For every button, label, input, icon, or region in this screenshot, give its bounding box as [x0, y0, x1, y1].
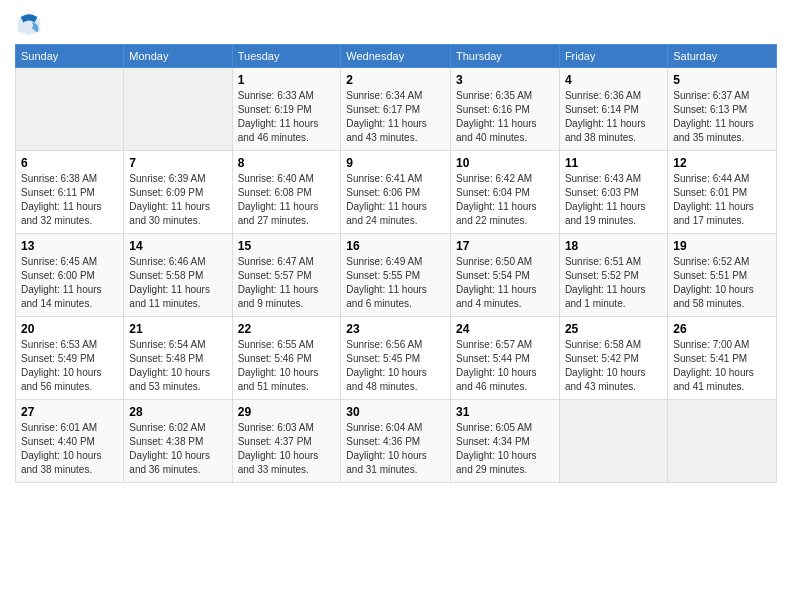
calendar-cell	[559, 400, 667, 483]
day-number: 2	[346, 73, 445, 87]
calendar-cell: 13Sunrise: 6:45 AMSunset: 6:00 PMDayligh…	[16, 234, 124, 317]
day-number: 18	[565, 239, 662, 253]
weekday-header: Friday	[559, 45, 667, 68]
day-info: Sunrise: 6:50 AMSunset: 5:54 PMDaylight:…	[456, 255, 554, 311]
calendar-cell: 11Sunrise: 6:43 AMSunset: 6:03 PMDayligh…	[559, 151, 667, 234]
day-number: 4	[565, 73, 662, 87]
calendar-cell: 9Sunrise: 6:41 AMSunset: 6:06 PMDaylight…	[341, 151, 451, 234]
calendar-week-row: 6Sunrise: 6:38 AMSunset: 6:11 PMDaylight…	[16, 151, 777, 234]
weekday-header: Saturday	[668, 45, 777, 68]
calendar-table: SundayMondayTuesdayWednesdayThursdayFrid…	[15, 44, 777, 483]
calendar-week-row: 1Sunrise: 6:33 AMSunset: 6:19 PMDaylight…	[16, 68, 777, 151]
calendar-cell: 15Sunrise: 6:47 AMSunset: 5:57 PMDayligh…	[232, 234, 341, 317]
day-number: 25	[565, 322, 662, 336]
day-info: Sunrise: 6:45 AMSunset: 6:00 PMDaylight:…	[21, 255, 118, 311]
day-number: 31	[456, 405, 554, 419]
day-info: Sunrise: 6:44 AMSunset: 6:01 PMDaylight:…	[673, 172, 771, 228]
weekday-header: Thursday	[451, 45, 560, 68]
day-number: 19	[673, 239, 771, 253]
day-info: Sunrise: 6:03 AMSunset: 4:37 PMDaylight:…	[238, 421, 336, 477]
day-number: 22	[238, 322, 336, 336]
day-info: Sunrise: 6:41 AMSunset: 6:06 PMDaylight:…	[346, 172, 445, 228]
day-info: Sunrise: 6:57 AMSunset: 5:44 PMDaylight:…	[456, 338, 554, 394]
day-info: Sunrise: 6:53 AMSunset: 5:49 PMDaylight:…	[21, 338, 118, 394]
calendar-cell: 5Sunrise: 6:37 AMSunset: 6:13 PMDaylight…	[668, 68, 777, 151]
day-number: 7	[129, 156, 226, 170]
day-number: 30	[346, 405, 445, 419]
calendar-cell: 12Sunrise: 6:44 AMSunset: 6:01 PMDayligh…	[668, 151, 777, 234]
day-info: Sunrise: 6:38 AMSunset: 6:11 PMDaylight:…	[21, 172, 118, 228]
calendar-cell: 23Sunrise: 6:56 AMSunset: 5:45 PMDayligh…	[341, 317, 451, 400]
weekday-header-row: SundayMondayTuesdayWednesdayThursdayFrid…	[16, 45, 777, 68]
calendar-cell: 6Sunrise: 6:38 AMSunset: 6:11 PMDaylight…	[16, 151, 124, 234]
day-number: 1	[238, 73, 336, 87]
day-number: 6	[21, 156, 118, 170]
day-number: 12	[673, 156, 771, 170]
calendar-cell: 3Sunrise: 6:35 AMSunset: 6:16 PMDaylight…	[451, 68, 560, 151]
day-info: Sunrise: 6:49 AMSunset: 5:55 PMDaylight:…	[346, 255, 445, 311]
logo	[15, 10, 47, 38]
calendar-cell: 21Sunrise: 6:54 AMSunset: 5:48 PMDayligh…	[124, 317, 232, 400]
day-info: Sunrise: 6:33 AMSunset: 6:19 PMDaylight:…	[238, 89, 336, 145]
day-info: Sunrise: 6:39 AMSunset: 6:09 PMDaylight:…	[129, 172, 226, 228]
calendar-cell: 27Sunrise: 6:01 AMSunset: 4:40 PMDayligh…	[16, 400, 124, 483]
day-info: Sunrise: 6:46 AMSunset: 5:58 PMDaylight:…	[129, 255, 226, 311]
day-info: Sunrise: 6:58 AMSunset: 5:42 PMDaylight:…	[565, 338, 662, 394]
day-number: 29	[238, 405, 336, 419]
calendar-cell: 25Sunrise: 6:58 AMSunset: 5:42 PMDayligh…	[559, 317, 667, 400]
day-info: Sunrise: 6:36 AMSunset: 6:14 PMDaylight:…	[565, 89, 662, 145]
calendar-cell: 29Sunrise: 6:03 AMSunset: 4:37 PMDayligh…	[232, 400, 341, 483]
day-number: 8	[238, 156, 336, 170]
day-number: 10	[456, 156, 554, 170]
day-number: 9	[346, 156, 445, 170]
calendar-cell: 28Sunrise: 6:02 AMSunset: 4:38 PMDayligh…	[124, 400, 232, 483]
calendar-cell	[668, 400, 777, 483]
day-number: 11	[565, 156, 662, 170]
calendar-cell: 30Sunrise: 6:04 AMSunset: 4:36 PMDayligh…	[341, 400, 451, 483]
calendar-cell: 20Sunrise: 6:53 AMSunset: 5:49 PMDayligh…	[16, 317, 124, 400]
day-number: 23	[346, 322, 445, 336]
day-number: 24	[456, 322, 554, 336]
day-info: Sunrise: 7:00 AMSunset: 5:41 PMDaylight:…	[673, 338, 771, 394]
calendar-cell: 24Sunrise: 6:57 AMSunset: 5:44 PMDayligh…	[451, 317, 560, 400]
day-info: Sunrise: 6:02 AMSunset: 4:38 PMDaylight:…	[129, 421, 226, 477]
calendar-cell: 17Sunrise: 6:50 AMSunset: 5:54 PMDayligh…	[451, 234, 560, 317]
page: SundayMondayTuesdayWednesdayThursdayFrid…	[0, 0, 792, 612]
calendar-cell	[16, 68, 124, 151]
day-info: Sunrise: 6:40 AMSunset: 6:08 PMDaylight:…	[238, 172, 336, 228]
day-info: Sunrise: 6:34 AMSunset: 6:17 PMDaylight:…	[346, 89, 445, 145]
day-info: Sunrise: 6:35 AMSunset: 6:16 PMDaylight:…	[456, 89, 554, 145]
day-info: Sunrise: 6:52 AMSunset: 5:51 PMDaylight:…	[673, 255, 771, 311]
calendar-cell: 26Sunrise: 7:00 AMSunset: 5:41 PMDayligh…	[668, 317, 777, 400]
calendar-week-row: 20Sunrise: 6:53 AMSunset: 5:49 PMDayligh…	[16, 317, 777, 400]
header	[15, 10, 777, 38]
calendar-cell: 16Sunrise: 6:49 AMSunset: 5:55 PMDayligh…	[341, 234, 451, 317]
day-info: Sunrise: 6:55 AMSunset: 5:46 PMDaylight:…	[238, 338, 336, 394]
weekday-header: Wednesday	[341, 45, 451, 68]
calendar-week-row: 13Sunrise: 6:45 AMSunset: 6:00 PMDayligh…	[16, 234, 777, 317]
calendar-cell: 10Sunrise: 6:42 AMSunset: 6:04 PMDayligh…	[451, 151, 560, 234]
weekday-header: Tuesday	[232, 45, 341, 68]
day-info: Sunrise: 6:37 AMSunset: 6:13 PMDaylight:…	[673, 89, 771, 145]
calendar-cell: 8Sunrise: 6:40 AMSunset: 6:08 PMDaylight…	[232, 151, 341, 234]
weekday-header: Monday	[124, 45, 232, 68]
day-number: 15	[238, 239, 336, 253]
day-number: 27	[21, 405, 118, 419]
day-info: Sunrise: 6:54 AMSunset: 5:48 PMDaylight:…	[129, 338, 226, 394]
day-info: Sunrise: 6:01 AMSunset: 4:40 PMDaylight:…	[21, 421, 118, 477]
calendar-cell: 22Sunrise: 6:55 AMSunset: 5:46 PMDayligh…	[232, 317, 341, 400]
day-number: 28	[129, 405, 226, 419]
day-number: 21	[129, 322, 226, 336]
day-number: 17	[456, 239, 554, 253]
day-number: 16	[346, 239, 445, 253]
day-number: 14	[129, 239, 226, 253]
day-info: Sunrise: 6:47 AMSunset: 5:57 PMDaylight:…	[238, 255, 336, 311]
day-info: Sunrise: 6:42 AMSunset: 6:04 PMDaylight:…	[456, 172, 554, 228]
day-number: 20	[21, 322, 118, 336]
day-info: Sunrise: 6:51 AMSunset: 5:52 PMDaylight:…	[565, 255, 662, 311]
day-info: Sunrise: 6:05 AMSunset: 4:34 PMDaylight:…	[456, 421, 554, 477]
calendar-cell: 18Sunrise: 6:51 AMSunset: 5:52 PMDayligh…	[559, 234, 667, 317]
calendar-cell	[124, 68, 232, 151]
weekday-header: Sunday	[16, 45, 124, 68]
day-info: Sunrise: 6:04 AMSunset: 4:36 PMDaylight:…	[346, 421, 445, 477]
